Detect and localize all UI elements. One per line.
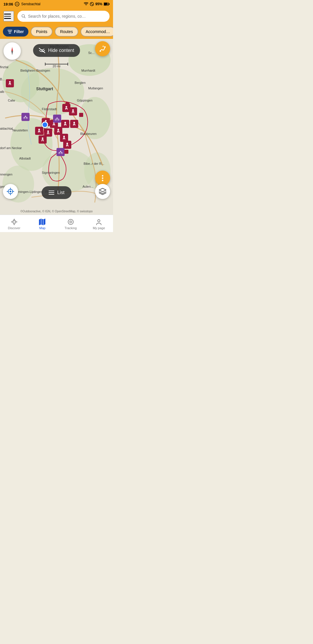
route-button[interactable] bbox=[95, 41, 110, 56]
scale-label: 20 mi bbox=[53, 64, 61, 68]
points-label: Points bbox=[36, 29, 47, 34]
route-icon bbox=[99, 45, 107, 53]
hide-content-label: Hide content bbox=[48, 48, 74, 53]
svg-line-9 bbox=[24, 17, 25, 18]
layers-icon bbox=[99, 188, 107, 195]
menu-button[interactable] bbox=[3, 11, 14, 21]
tracking-label: Tracking bbox=[65, 226, 77, 230]
hide-icon bbox=[39, 48, 45, 53]
map-pin-hike-6[interactable] bbox=[61, 120, 69, 128]
battery-label: 95% bbox=[95, 2, 102, 6]
map-pin-hike-3[interactable] bbox=[69, 107, 77, 115]
user-location-dot bbox=[42, 122, 48, 128]
compass-icon bbox=[6, 45, 18, 57]
svg-point-41 bbox=[10, 191, 11, 192]
layers-button[interactable] bbox=[95, 184, 110, 199]
scale-bar: 20 mi bbox=[45, 64, 68, 68]
map-pin-bike-2[interactable] bbox=[53, 115, 61, 123]
svg-marker-49 bbox=[99, 188, 106, 192]
routes-chip[interactable]: Routes bbox=[55, 27, 78, 37]
svg-rect-6 bbox=[109, 3, 110, 5]
svg-marker-50 bbox=[39, 219, 45, 225]
battery-icon bbox=[104, 2, 110, 6]
points-chip[interactable]: Points bbox=[31, 27, 52, 37]
compass[interactable] bbox=[3, 42, 21, 60]
status-time: 19:06 Sensbachtal bbox=[3, 2, 40, 6]
accommodation-chip[interactable]: Accommod… bbox=[81, 27, 113, 37]
svg-point-38 bbox=[102, 178, 103, 179]
svg-point-27 bbox=[57, 117, 58, 118]
discover-label: Discover bbox=[8, 226, 20, 230]
more-dots-icon bbox=[102, 175, 103, 181]
svg-point-17 bbox=[79, 97, 110, 139]
map-pin-hike-1[interactable] bbox=[6, 79, 14, 87]
map-pin-hike-7[interactable] bbox=[70, 120, 78, 128]
top-bar bbox=[0, 8, 113, 24]
scale-bar-line bbox=[45, 64, 68, 64]
svg-point-35 bbox=[100, 50, 101, 52]
svg-point-36 bbox=[104, 46, 106, 48]
map-area[interactable]: Heilbronn Bietigheim-Bissingen Murrhardt… bbox=[0, 39, 113, 215]
list-label: List bbox=[57, 190, 65, 195]
svg-point-30 bbox=[60, 151, 61, 152]
filter-label: Filter bbox=[14, 29, 24, 34]
accommodation-label: Accommod… bbox=[86, 29, 110, 34]
filter-icon bbox=[8, 30, 12, 34]
time-display: 19:06 bbox=[3, 2, 13, 6]
filter-button[interactable]: Filter bbox=[3, 27, 28, 37]
map-dot-1 bbox=[65, 102, 70, 106]
search-input[interactable] bbox=[28, 14, 105, 19]
search-icon bbox=[21, 14, 26, 19]
routes-label: Routes bbox=[60, 29, 73, 34]
map-pin-hike-11[interactable] bbox=[39, 135, 47, 144]
hide-content-button[interactable]: Hide content bbox=[33, 44, 80, 57]
map-pin-bike-3[interactable] bbox=[57, 148, 65, 156]
filter-bar: Filter Points Routes Accommod… bbox=[0, 24, 113, 39]
mypage-label: My page bbox=[93, 226, 105, 230]
list-button[interactable]: List bbox=[42, 186, 72, 199]
bottom-nav: Discover Map Tracking My page bbox=[0, 215, 113, 232]
location-label: Sensbachtal bbox=[21, 2, 40, 6]
discover-icon bbox=[11, 218, 18, 225]
crosshair-icon bbox=[6, 187, 14, 196]
dnd-icon bbox=[15, 2, 19, 6]
map-dot-3 bbox=[64, 150, 68, 154]
search-bar[interactable] bbox=[17, 11, 110, 22]
copyright: ©Outdooractive, © IGN, © OpenStreetMap, … bbox=[0, 210, 113, 213]
map-pin-hike-8[interactable] bbox=[35, 127, 43, 135]
svg-line-3 bbox=[91, 3, 93, 5]
status-icons: 95% bbox=[84, 2, 110, 6]
map-pin-hike-13[interactable] bbox=[63, 141, 71, 149]
mypage-icon bbox=[95, 218, 102, 225]
nav-map[interactable]: Map bbox=[28, 217, 57, 230]
map-icon bbox=[39, 218, 46, 225]
more-button[interactable] bbox=[95, 171, 110, 186]
tracking-icon bbox=[67, 218, 74, 225]
svg-point-55 bbox=[70, 222, 71, 222]
status-bar: 19:06 Sensbachtal 95% bbox=[0, 0, 113, 8]
map-pin-bike-1[interactable] bbox=[21, 113, 30, 121]
svg-point-24 bbox=[25, 115, 26, 116]
blocked-icon bbox=[90, 2, 94, 6]
wifi-icon bbox=[84, 2, 88, 6]
svg-point-39 bbox=[102, 180, 103, 181]
map-dot-2 bbox=[79, 113, 83, 117]
nav-discover[interactable]: Discover bbox=[0, 217, 28, 230]
location-button[interactable] bbox=[3, 184, 18, 199]
svg-point-56 bbox=[98, 220, 100, 222]
nav-tracking[interactable]: Tracking bbox=[57, 217, 85, 230]
map-label: Map bbox=[39, 226, 46, 230]
nav-mypage[interactable]: My page bbox=[85, 217, 113, 230]
list-icon bbox=[49, 190, 54, 195]
svg-point-37 bbox=[102, 175, 103, 177]
